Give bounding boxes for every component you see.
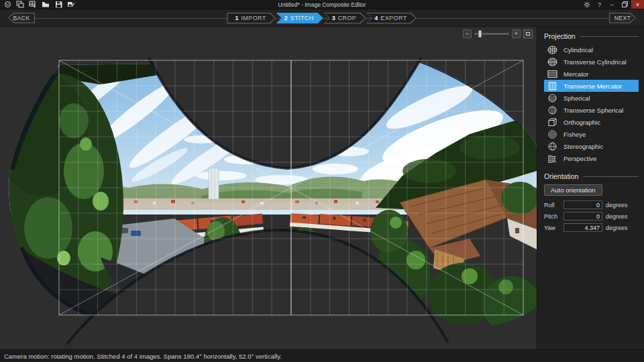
zoom-slider[interactable] [474,33,509,35]
roll-input[interactable] [564,200,602,209]
yaw-field-row: Yaw degrees [544,223,639,232]
projection-item-perspective[interactable]: Perspective [544,152,639,164]
new-panorama-icon[interactable] [16,1,24,8]
spherical-icon [547,94,558,103]
transverse-cylindrical-icon [547,58,558,66]
projection-item-spherical[interactable]: Spherical [544,92,639,104]
projection-item-stereographic[interactable]: Stereographic [544,140,639,152]
projection-item-transverse-spherical[interactable]: Transverse Spherical [544,104,639,116]
stitch-preview-canvas[interactable]: − + [0,27,537,349]
step-import[interactable]: 1IMPORT [227,13,275,23]
fit-to-window-button[interactable] [523,29,533,38]
save-as-icon[interactable] [67,1,75,8]
projection-grid-overlay [59,60,523,315]
title-bar: Untitled* - Image Composite Editor ? – × [0,0,644,9]
transverse-spherical-icon [547,106,558,115]
projection-section-header: Projection [544,32,639,40]
projection-item-fisheye[interactable]: Fisheye [544,128,639,140]
orientation-section-header: Orientation [544,172,639,180]
status-text: Camera motion: rotating motion. Stitched… [4,353,282,360]
mercator-icon [547,70,558,78]
status-bar: Camera motion: rotating motion. Stitched… [0,349,644,362]
main-area: − + Projection Cylindrical Transverse Cy… [0,27,644,349]
help-button[interactable]: ? [593,0,606,9]
orthographic-icon [547,118,558,127]
open-file-icon[interactable] [42,1,50,8]
auto-orientation-button[interactable]: Auto orientation [544,184,602,196]
transverse-mercator-icon [547,82,558,90]
ice-application-window: Untitled* - Image Composite Editor ? – ×… [0,0,644,362]
stereographic-icon [547,142,558,151]
projection-item-orthographic[interactable]: Orthographic [544,116,639,128]
restore-button[interactable] [619,0,631,9]
projection-item-cylindrical[interactable]: Cylindrical [544,44,639,56]
zoom-out-button[interactable]: − [463,29,472,38]
window-title: Untitled* - Image Composite Editor [0,1,644,8]
settings-gear-icon[interactable] [580,0,593,9]
projection-item-transverse-cylindrical[interactable]: Transverse Cylindrical [544,56,639,68]
save-icon[interactable] [54,1,62,8]
next-button[interactable]: NEXT [609,13,636,23]
projection-item-transverse-mercator[interactable]: Transverse Mercator [544,80,639,92]
pitch-field-row: Pitch degrees [544,212,639,221]
projection-item-mercator[interactable]: Mercator [544,68,639,80]
app-menu-icon[interactable] [3,1,11,8]
zoom-slider-thumb[interactable] [478,30,482,38]
minimize-button[interactable]: – [606,0,619,9]
panorama-preview [0,27,537,349]
new-structured-panorama-icon[interactable] [29,1,37,8]
cylindrical-icon [547,46,558,54]
window-controls: ? – × [580,0,644,9]
quick-access-toolbar [0,1,75,8]
pitch-input[interactable] [564,212,602,221]
yaw-input[interactable] [564,223,602,232]
zoom-toolbar: − + [463,29,533,38]
settings-panel: Projection Cylindrical Transverse Cylind… [537,27,644,349]
step-stitch[interactable]: 2STITCH [276,13,323,23]
step-crop[interactable]: 3CROP [324,13,366,23]
fisheye-icon [547,130,558,139]
wizard-steps: 1IMPORT 2STITCH 3CROP 4EXPORT [0,13,644,23]
zoom-in-button[interactable]: + [512,29,521,38]
close-button[interactable]: × [631,0,644,9]
perspective-icon [547,154,558,163]
step-export[interactable]: 4EXPORT [366,13,416,23]
orientation-section: Orientation Auto orientation Roll degree… [544,171,639,235]
wizard-nav-bar: BACK 1IMPORT 2STITCH 3CROP 4EXPORT NEXT [0,9,644,27]
roll-field-row: Roll degrees [544,200,639,209]
